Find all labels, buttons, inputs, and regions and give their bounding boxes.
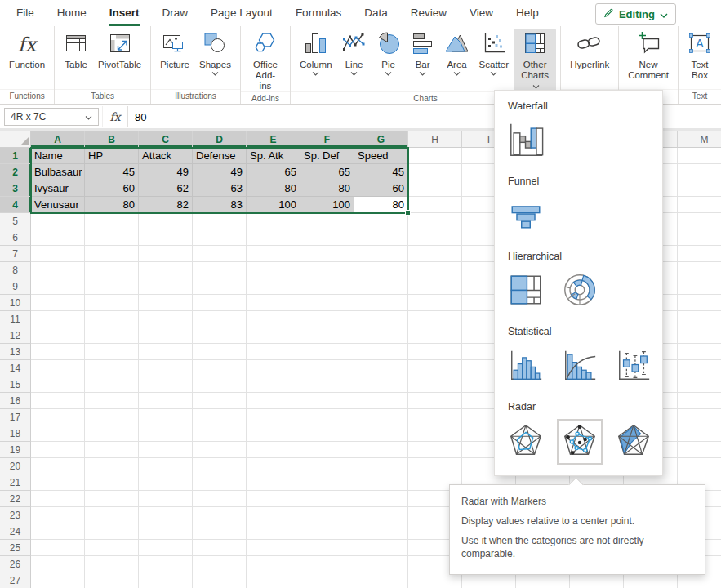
cell-e15[interactable] (247, 376, 300, 393)
row-header-12[interactable]: 12 (0, 327, 31, 344)
row-header-24[interactable]: 24 (0, 523, 31, 540)
cell-b8[interactable] (85, 262, 139, 278)
cell-m4[interactable] (678, 197, 721, 213)
cell-g23[interactable] (354, 507, 408, 523)
cell-e4[interactable]: 100 (247, 197, 300, 213)
cell-g20[interactable] (354, 458, 408, 474)
cell-c25[interactable] (139, 540, 193, 556)
cell-b9[interactable] (85, 278, 139, 295)
cell-b17[interactable] (85, 409, 139, 425)
cell-d8[interactable] (193, 262, 247, 278)
cell-b24[interactable] (85, 523, 139, 540)
cell-f9[interactable] (300, 278, 354, 295)
cell-g8[interactable] (354, 262, 408, 278)
cell-c1[interactable]: Attack (139, 148, 193, 164)
cell-c15[interactable] (139, 376, 193, 393)
cell-a22[interactable] (31, 491, 85, 507)
cell-g17[interactable] (354, 409, 408, 425)
ribbon-button-office-add-ins[interactable]: OfficeAdd-ins (245, 29, 286, 91)
cell-g13[interactable] (354, 344, 408, 360)
cell-f7[interactable] (300, 246, 354, 262)
cell-m5[interactable] (678, 213, 721, 229)
cell-d19[interactable] (193, 442, 247, 458)
cell-c11[interactable] (139, 311, 193, 327)
row-header-2[interactable]: 2 (0, 164, 31, 180)
cell-g18[interactable] (354, 425, 408, 442)
cell-c5[interactable] (139, 213, 193, 229)
row-header-9[interactable]: 9 (0, 278, 31, 295)
row-header-6[interactable]: 6 (0, 229, 31, 246)
cell-a1[interactable]: Name (31, 148, 85, 164)
cell-f4[interactable]: 100 (300, 197, 354, 213)
cell-d7[interactable] (193, 246, 247, 262)
cell-g21[interactable] (354, 474, 408, 491)
cell-f20[interactable] (300, 458, 354, 474)
row-header-20[interactable]: 20 (0, 458, 31, 474)
cell-m15[interactable] (678, 376, 721, 393)
cell-f25[interactable] (300, 540, 354, 556)
cell-h8[interactable] (408, 262, 462, 278)
cell-d12[interactable] (193, 327, 247, 344)
cell-m19[interactable] (678, 442, 721, 458)
cell-m13[interactable] (678, 344, 721, 360)
cell-d26[interactable] (193, 556, 247, 572)
row-header-18[interactable]: 18 (0, 425, 31, 442)
cell-d23[interactable] (193, 507, 247, 523)
cell-h4[interactable] (408, 197, 462, 213)
cell-d13[interactable] (193, 344, 247, 360)
cell-m2[interactable] (678, 164, 721, 180)
cell-b7[interactable] (85, 246, 139, 262)
cell-c14[interactable] (139, 360, 193, 376)
cell-e8[interactable] (247, 262, 300, 278)
cell-b4[interactable]: 80 (85, 197, 139, 213)
row-header-11[interactable]: 11 (0, 311, 31, 327)
column-header-h[interactable]: H (408, 131, 462, 148)
cell-b1[interactable]: HP (85, 148, 139, 164)
ribbon-button-shapes[interactable]: Shapes (194, 29, 236, 89)
column-header-m[interactable]: M (678, 131, 721, 148)
cell-m17[interactable] (678, 409, 721, 425)
cell-a5[interactable] (31, 213, 85, 229)
ribbon-button-bar[interactable]: Bar (406, 29, 440, 91)
cell-f5[interactable] (300, 213, 354, 229)
cell-c4[interactable]: 82 (139, 197, 193, 213)
column-header-a[interactable]: A (31, 131, 85, 148)
cell-h18[interactable] (408, 425, 462, 442)
row-header-17[interactable]: 17 (0, 409, 31, 425)
cell-g4[interactable]: 80 (354, 197, 408, 213)
cell-e23[interactable] (247, 507, 300, 523)
cell-d18[interactable] (193, 425, 247, 442)
cell-g14[interactable] (354, 360, 408, 376)
cell-a20[interactable] (31, 458, 85, 474)
cell-f11[interactable] (300, 311, 354, 327)
cell-e14[interactable] (247, 360, 300, 376)
cell-m8[interactable] (678, 262, 721, 278)
cell-e7[interactable] (247, 246, 300, 262)
cell-h19[interactable] (408, 442, 462, 458)
cell-e9[interactable] (247, 278, 300, 295)
cell-e25[interactable] (247, 540, 300, 556)
cell-f10[interactable] (300, 295, 354, 311)
row-header-13[interactable]: 13 (0, 344, 31, 360)
cell-f1[interactable]: Sp. Def (300, 148, 354, 164)
cell-a6[interactable] (31, 229, 85, 246)
chart-type-waterfall[interactable] (507, 122, 545, 160)
column-header-e[interactable]: E (247, 131, 300, 148)
row-header-21[interactable]: 21 (0, 474, 31, 491)
cell-g16[interactable] (354, 393, 408, 409)
cell-b25[interactable] (85, 540, 139, 556)
cell-h14[interactable] (408, 360, 462, 376)
tab-page-layout[interactable]: Page Layout (199, 0, 284, 26)
chart-type-histogram[interactable] (507, 348, 545, 385)
chart-type-radar[interactable] (507, 423, 545, 461)
cell-d5[interactable] (193, 213, 247, 229)
tab-file[interactable]: File (5, 0, 46, 26)
column-header-b[interactable]: B (85, 131, 139, 148)
row-header-4[interactable]: 4 (0, 197, 31, 213)
chart-type-radar-with-markers[interactable] (561, 423, 599, 461)
ribbon-button-function[interactable]: fxFunction (4, 29, 50, 89)
cell-e2[interactable]: 65 (247, 164, 300, 180)
cell-b6[interactable] (85, 229, 139, 246)
cell-a17[interactable] (31, 409, 85, 425)
cell-e6[interactable] (247, 229, 300, 246)
